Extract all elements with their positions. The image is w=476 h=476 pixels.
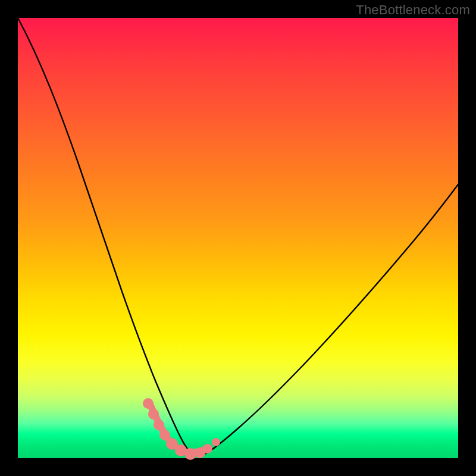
marker-dot <box>154 419 164 430</box>
watermark-text: TheBottleneck.com <box>356 2 470 18</box>
bottleneck-curve <box>18 18 458 456</box>
marker-dot <box>143 398 154 409</box>
marker-dot <box>148 409 159 419</box>
curve-layer <box>18 18 458 458</box>
marker-dot <box>212 438 220 446</box>
chart-frame: TheBottleneck.com <box>0 0 476 476</box>
marker-dot <box>184 448 196 460</box>
plot-area <box>18 18 458 458</box>
marker-dot <box>159 430 170 440</box>
marker-cluster <box>143 398 220 460</box>
marker-dot <box>203 444 212 453</box>
